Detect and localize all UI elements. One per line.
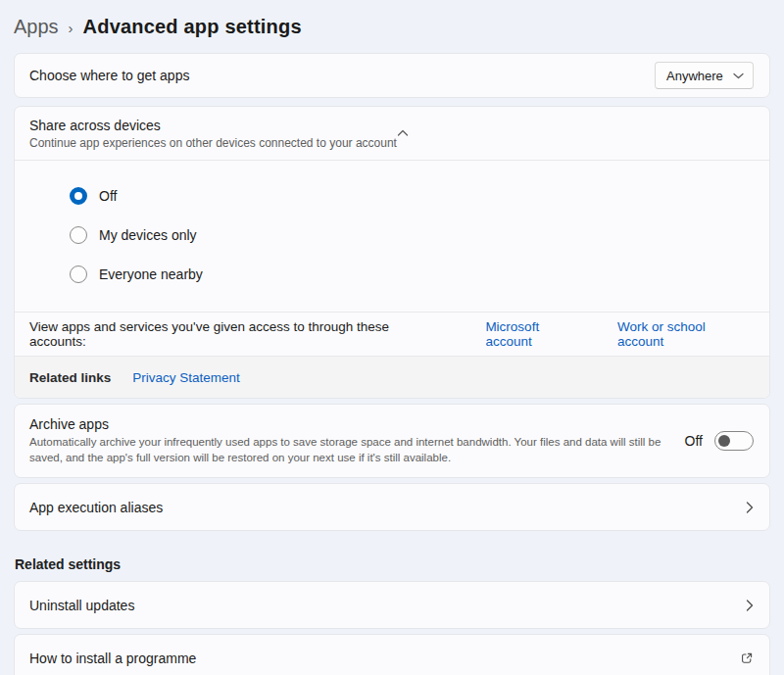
- chevron-right-icon: [746, 502, 754, 513]
- share-across-devices-title: Share across devices: [29, 118, 397, 133]
- microsoft-account-link[interactable]: Microsoft account: [485, 319, 588, 349]
- radio-icon[interactable]: [70, 187, 87, 205]
- choose-where-row: Choose where to get apps Anywhere: [15, 54, 769, 97]
- related-settings-heading: Related settings: [14, 556, 770, 572]
- how-to-install-row[interactable]: How to install a programme: [15, 635, 769, 675]
- external-link-icon: [740, 651, 754, 665]
- archive-apps-title: Archive apps: [29, 416, 669, 432]
- radio-icon[interactable]: [70, 226, 87, 244]
- dropdown-value: Anywhere: [666, 69, 723, 83]
- share-across-devices-header[interactable]: Share across devices Continue app experi…: [15, 107, 769, 160]
- get-apps-source-dropdown[interactable]: Anywhere: [655, 62, 754, 89]
- work-or-school-account-link[interactable]: Work or school account: [617, 319, 754, 349]
- radio-option-everyone-nearby[interactable]: Everyone nearby: [70, 255, 754, 294]
- app-execution-aliases-label: App execution aliases: [29, 500, 746, 515]
- breadcrumb-separator-icon: ›: [69, 18, 74, 36]
- archive-apps-card: Archive apps Automatically archive your …: [14, 404, 770, 478]
- related-links-label: Related links: [29, 370, 111, 385]
- page-title: Advanced app settings: [83, 16, 302, 38]
- chevron-right-icon: [746, 600, 754, 611]
- archive-apps-row: Archive apps Automatically archive your …: [15, 405, 769, 477]
- breadcrumb: Apps › Advanced app settings: [14, 0, 770, 41]
- archive-apps-description: Automatically archive your infrequently …: [29, 435, 669, 465]
- choose-where-to-get-apps-card: Choose where to get apps Anywhere: [14, 53, 770, 98]
- radio-option-my-devices-only[interactable]: My devices only: [70, 216, 754, 255]
- toggle-knob: [718, 435, 730, 447]
- chevron-up-icon[interactable]: [397, 129, 409, 137]
- privacy-statement-link[interactable]: Privacy Statement: [132, 370, 240, 385]
- related-links-row: Related links Privacy Statement: [15, 356, 769, 398]
- archive-apps-toggle-label: Off: [685, 433, 703, 449]
- chevron-down-icon: [733, 72, 744, 79]
- share-options-group: Off My devices only Everyone nearby: [15, 161, 769, 312]
- share-across-devices-subtitle: Continue app experiences on other device…: [29, 136, 397, 150]
- uninstall-updates-row[interactable]: Uninstall updates: [15, 582, 769, 628]
- radio-icon[interactable]: [70, 265, 87, 283]
- share-across-devices-card: Share across devices Continue app experi…: [14, 106, 770, 399]
- accounts-access-label: View apps and services you've given acce…: [29, 319, 444, 349]
- how-to-install-card[interactable]: How to install a programme: [14, 634, 770, 675]
- breadcrumb-apps-link[interactable]: Apps: [14, 16, 59, 38]
- app-execution-aliases-row[interactable]: App execution aliases: [15, 484, 769, 530]
- app-execution-aliases-card[interactable]: App execution aliases: [14, 483, 770, 531]
- how-to-install-label: How to install a programme: [29, 651, 740, 666]
- accounts-access-row: View apps and services you've given acce…: [15, 313, 769, 356]
- radio-option-off[interactable]: Off: [70, 176, 754, 216]
- uninstall-updates-card[interactable]: Uninstall updates: [14, 581, 770, 629]
- uninstall-updates-label: Uninstall updates: [29, 598, 746, 613]
- archive-apps-toggle[interactable]: [714, 431, 754, 451]
- choose-where-label: Choose where to get apps: [29, 68, 655, 83]
